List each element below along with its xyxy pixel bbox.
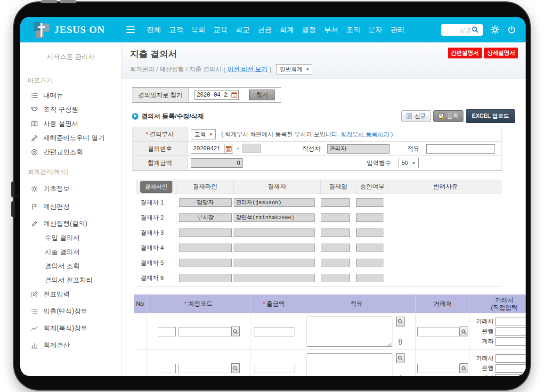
nav-item[interactable]: 학교 (235, 25, 250, 34)
simple-manual-button[interactable]: 간편설명서 (448, 48, 482, 58)
amount-input[interactable] (254, 327, 294, 336)
row-count-select[interactable]: 50 (398, 158, 419, 168)
nav-item[interactable]: 전체 (147, 25, 161, 34)
vendor-search-icon[interactable] (460, 363, 468, 373)
writer-label: 작성자 (287, 142, 325, 156)
sidebar-item-expense-resolution[interactable]: 지출 결의서 (20, 245, 121, 259)
sidebar-item-basic-info[interactable]: 기초정보 (20, 182, 121, 196)
sidebar-item-my-menu[interactable]: 내메뉴 (20, 89, 121, 103)
summary-textarea[interactable] (307, 353, 392, 376)
bank-input[interactable] (495, 327, 526, 336)
nav-item[interactable]: 문자 (368, 25, 382, 34)
approval-date-input (321, 244, 350, 252)
nav-item[interactable]: 부서 (324, 25, 338, 34)
search-icon[interactable] (471, 26, 479, 33)
nav-item[interactable]: 행정 (302, 25, 316, 34)
sidebar-item-newyear-helper[interactable]: 새해준비도우미 열기 (20, 131, 121, 145)
detail-manual-button[interactable]: 상세설명서 (484, 48, 518, 58)
member-search-input[interactable] (444, 26, 471, 33)
paren: ( (223, 66, 225, 73)
sidebar: 지저스온 관리자 바로가기 내메뉴 조직 구성원 사용 설명서 새해준비도우미 … (20, 42, 122, 376)
nav-item[interactable]: 목회 (191, 25, 205, 34)
sidebar-item-user-manual[interactable]: 사용 설명서 (20, 117, 121, 131)
vendor-search-icon[interactable] (460, 327, 468, 336)
account-code-input[interactable] (158, 364, 176, 373)
sidebar-item-org-members[interactable]: 조직 구성원 (20, 103, 121, 117)
account-code-input[interactable] (158, 327, 176, 336)
attachment-paperclip-icon[interactable] (397, 338, 404, 348)
nav-item[interactable]: 교적 (169, 25, 183, 34)
dept-select-value: 교회 (195, 131, 206, 139)
approval-line-button[interactable]: 결재라인 (140, 181, 172, 193)
nav-item[interactable]: 관리 (390, 25, 405, 34)
bank-input[interactable] (495, 364, 526, 373)
sidebar-item-budget-planning[interactable]: 예산편성 (20, 200, 121, 214)
register-button[interactable]: 등록 (433, 110, 463, 122)
entry-no-cell (134, 313, 146, 350)
nav-item[interactable]: 조직 (346, 25, 360, 34)
nav-item[interactable]: 교육 (213, 25, 227, 34)
vendor-direct-input[interactable] (495, 318, 526, 326)
new-button[interactable]: 신규 (401, 110, 431, 122)
settings-gear-icon[interactable] (490, 25, 500, 34)
writer-input (327, 144, 390, 154)
hamburger-menu-icon[interactable] (126, 24, 135, 35)
approver-person-input (234, 259, 315, 267)
resolution-no-suffix-input[interactable] (243, 144, 260, 153)
sidebar-item-budget-execution[interactable]: 예산집행(결의) (20, 217, 121, 231)
sidebar-item-income-resolution[interactable]: 수입 결의서 (20, 231, 121, 245)
bank-account-input[interactable] (495, 337, 526, 346)
sidebar-item-slip-entry[interactable]: 전표입력 (20, 287, 121, 302)
approval-row: 결재자 3 (136, 227, 502, 238)
account-name-input[interactable] (179, 364, 231, 373)
sidebar-section-accounting: 회계관리[복식] (20, 165, 121, 180)
approver-row-label: 결재자 3 (136, 227, 177, 238)
power-icon[interactable] (507, 25, 516, 34)
vendor-input[interactable] (417, 364, 460, 373)
nav-item[interactable]: 헌금 (258, 25, 272, 34)
find-button[interactable]: 찾기 (249, 90, 275, 100)
account-name-input[interactable] (179, 327, 231, 336)
sidebar-item-resolution-slip-process[interactable]: 결의서 전표처리 (20, 273, 121, 287)
sidebar-item-resolution-lookup[interactable]: 결의서 조회 (20, 259, 121, 273)
approver-person-input (234, 198, 315, 207)
tablet-top-button (60, 0, 76, 3)
sidebar-item-label: 기초정보 (43, 185, 70, 193)
summary-textarea[interactable] (307, 317, 392, 347)
register-accounting-dept-link[interactable]: 회계부서 등록하기 (341, 131, 389, 138)
account-type-select[interactable]: 일반회계 (276, 64, 312, 74)
sidebar-item-quick-member-lookup[interactable]: 간편교인조회 (20, 145, 121, 159)
attachment-paperclip-icon[interactable] (397, 375, 404, 376)
summary-input[interactable] (426, 144, 495, 154)
nav-item[interactable]: 회계 (280, 25, 294, 34)
sidebar-item-label: 지출 결의서 (45, 248, 80, 256)
approver-person-input (234, 213, 315, 222)
bank-label: 은행 (473, 364, 494, 372)
brand-logo[interactable]: JESUS ON (20, 22, 122, 38)
amount-input[interactable] (254, 364, 294, 373)
sidebar-item-double-entry-ledger[interactable]: 회계(복식)장부 (20, 321, 121, 335)
vendor-input[interactable] (417, 327, 460, 336)
entry-header-vendor: 거래처 (416, 294, 470, 313)
approval-status-input (356, 198, 383, 207)
section-bullet-icon (132, 113, 138, 120)
excel-upload-button[interactable]: EXCEL 업로드 (466, 109, 515, 123)
vendor-direct-input[interactable] (495, 354, 526, 363)
sidebar-item-accounting-settlement[interactable]: 회계결산 (20, 338, 121, 352)
account-search-icon[interactable] (231, 363, 240, 373)
tablet-top-button (41, 0, 57, 3)
total-amount-label: 합계금액 (132, 156, 188, 171)
approver-role-input (179, 244, 232, 252)
previous-version-link[interactable]: 이전 버전 보기 (227, 65, 268, 74)
dept-select[interactable]: 교회 (191, 129, 216, 139)
account-search-icon[interactable] (231, 327, 240, 336)
calendar-icon[interactable] (224, 144, 233, 153)
summary-search-icon[interactable] (396, 317, 405, 327)
bank-account-input[interactable] (495, 374, 526, 376)
sidebar-item-single-entry-ledger[interactable]: 입출(단식)장부 (20, 304, 121, 318)
resolution-no-input[interactable] (191, 146, 224, 152)
admin-user-label: 지저스온 관리자 (20, 53, 121, 61)
calendar-icon[interactable] (230, 90, 238, 99)
summary-search-icon[interactable] (396, 353, 405, 363)
resolution-date-input[interactable] (195, 92, 230, 98)
